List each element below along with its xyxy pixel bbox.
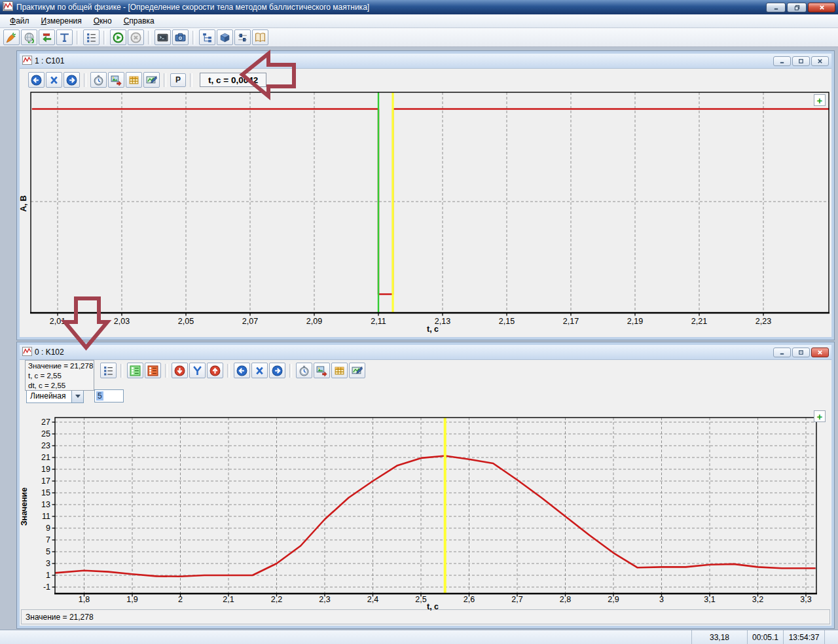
k102-plot-area[interactable] (55, 418, 816, 594)
t-square-button[interactable] (56, 29, 73, 45)
stop-icon (130, 32, 141, 43)
toolbar-separator (165, 364, 168, 378)
x-tick-label: 2,6 (464, 595, 475, 604)
toolbar-separator (190, 73, 192, 87)
package-button[interactable] (217, 29, 233, 45)
start-button[interactable] (110, 29, 126, 45)
y-tick-label: 7 (46, 535, 50, 545)
c101-close-button[interactable] (811, 56, 829, 66)
scale-mode-select[interactable]: Линейная (26, 389, 84, 403)
c101-expand-plus-button[interactable]: + (814, 94, 826, 106)
channels-list-icon (103, 365, 114, 376)
options-icon (237, 32, 248, 43)
channels-list-icon (86, 32, 97, 43)
console-icon (157, 32, 168, 43)
k102-expand-plus-button[interactable]: + (814, 410, 826, 422)
p-button[interactable]: P (170, 73, 186, 87)
chart-wizard-button[interactable] (143, 72, 160, 88)
x-icon (254, 365, 265, 376)
toolbar-separator (227, 364, 230, 378)
rows-red-icon (147, 365, 158, 376)
c101-window-title: 1 : C101 (35, 56, 64, 65)
resize-grip[interactable] (824, 630, 838, 644)
menu-item-3[interactable]: Окно (88, 15, 118, 27)
rows-red-button[interactable] (145, 363, 161, 378)
stopwatch-button[interactable] (296, 363, 312, 378)
x-tick-label: 2,01 (50, 317, 65, 326)
up-circle-button[interactable] (207, 363, 223, 378)
x-tick-label: 3,1 (704, 595, 715, 604)
experiment-icon (6, 32, 17, 43)
y-tick-label: 13 (41, 500, 50, 509)
info-value: Значение = 21,278 (28, 361, 91, 371)
table-button[interactable] (331, 363, 348, 378)
camera-icon (175, 32, 186, 43)
toolbar-separator (164, 73, 166, 87)
x-icon (48, 75, 60, 86)
x-axis-label: t, c (427, 602, 439, 611)
c101-plot-area[interactable] (31, 92, 829, 313)
next-button[interactable] (64, 72, 80, 88)
y-tick-label: 5 (46, 547, 50, 556)
channels-list-button[interactable] (83, 29, 100, 45)
chart-wizard-button[interactable] (349, 363, 365, 378)
next-button[interactable] (269, 363, 285, 378)
tree-button[interactable] (199, 29, 215, 45)
export-image-button[interactable] (108, 72, 124, 88)
y-letter-icon (192, 365, 203, 376)
minimize-button[interactable] (766, 3, 786, 12)
statusbar-message-area (0, 630, 691, 644)
y-letter-button[interactable] (189, 363, 206, 378)
x-tick-label: 2,9 (608, 595, 619, 604)
x-tick-label: 2,15 (499, 317, 515, 326)
restore-button[interactable] (787, 3, 807, 12)
down-circle-icon (174, 365, 185, 376)
k102-minimize-button[interactable] (773, 348, 791, 357)
prev-button[interactable] (234, 363, 250, 378)
info-time: t, c = 2,55 (28, 371, 91, 381)
channels-list-button[interactable] (100, 363, 117, 378)
exit-button[interactable] (39, 29, 55, 45)
table-button[interactable] (126, 72, 142, 88)
menu-item-2[interactable]: Измерения (35, 15, 88, 27)
rows-green-button[interactable] (127, 363, 143, 378)
c101-chart[interactable]: 2,012,032,052,072,092,112,132,152,172,19… (20, 86, 831, 337)
x-button[interactable] (46, 72, 62, 88)
points-input[interactable]: 5 (94, 389, 124, 402)
x-tick-label: 2,19 (627, 317, 643, 326)
y-tick-label: -1 (43, 582, 50, 592)
x-button[interactable] (251, 363, 268, 378)
camera-button[interactable] (172, 29, 189, 45)
stopwatch-button[interactable] (90, 72, 107, 88)
main-toolbar (0, 28, 838, 47)
chevron-down-icon[interactable] (71, 390, 83, 402)
close-button[interactable] (808, 3, 835, 12)
experiment-button[interactable] (3, 29, 20, 45)
k102-chart[interactable]: 1,81,922,12,22,32,42,52,62,72,82,933,13,… (20, 404, 831, 611)
c101-titlebar[interactable]: 1 : C101 (20, 54, 831, 69)
c101-minimize-button[interactable] (773, 56, 791, 66)
x-tick-label: 2 (178, 595, 183, 604)
k102-restore-button[interactable] (792, 348, 810, 357)
k102-close-button[interactable] (811, 348, 829, 357)
c101-maximize-button[interactable] (792, 56, 810, 66)
down-circle-button[interactable] (172, 363, 188, 378)
menu-item-1[interactable]: Файл (4, 15, 35, 27)
k102-titlebar[interactable]: 0 : K102 (20, 345, 831, 360)
window-titlebar[interactable]: Практикум по общей физике - [Определение… (0, 0, 838, 14)
prev-button[interactable] (28, 72, 45, 88)
x-tick-label: 2,23 (756, 317, 771, 326)
window-title: Практикум по общей физике - [Определение… (16, 3, 369, 12)
export-image-button[interactable] (314, 363, 330, 378)
x-tick-label: 2,11 (371, 317, 386, 326)
options-button[interactable] (234, 29, 251, 45)
help-book-button[interactable] (252, 29, 268, 45)
y-tick-label: 21 (41, 453, 50, 462)
globe-icon (24, 32, 35, 43)
globe-button[interactable] (21, 29, 37, 45)
y-tick-label: 1 (46, 571, 50, 580)
toolbar-separator (120, 364, 123, 378)
menu-item-4[interactable]: Справка (118, 15, 160, 27)
console-button[interactable] (155, 29, 171, 45)
stop-button[interactable] (128, 29, 144, 45)
